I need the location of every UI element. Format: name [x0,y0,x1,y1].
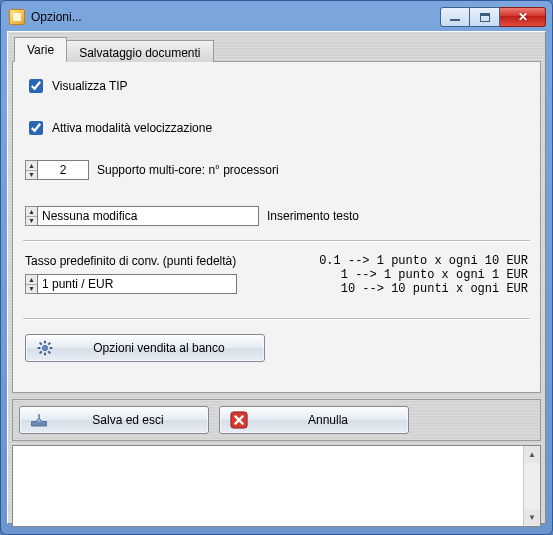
window-controls: ✕ [440,7,546,27]
save-exit-label: Salva ed esci [58,413,198,427]
maximize-button[interactable] [470,7,500,27]
save-exit-button[interactable]: Salva ed esci [19,406,209,434]
close-button[interactable]: ✕ [500,7,546,27]
checkbox-visualizza-tip[interactable] [29,79,43,93]
spinner-down-icon[interactable]: ▼ [26,217,37,226]
spinner-down-icon[interactable]: ▼ [26,171,37,180]
spinner-down-icon[interactable]: ▼ [26,285,37,294]
multicore-input[interactable] [37,160,89,180]
svg-point-0 [42,345,47,350]
opzioni-vendita-button[interactable]: Opzioni vendita al banco [25,334,265,362]
tab-varie[interactable]: Varie [14,37,67,62]
conv-hint-text: 0.1 --> 1 punto x ogni 10 EUR 1 --> 1 pu… [263,254,528,296]
label-conv: Tasso predefinito di conv. (punti fedelt… [25,254,237,268]
spinner-up-icon[interactable]: ▲ [26,275,37,285]
conv-spinner[interactable]: ▲ ▼ [25,274,237,294]
cancel-label: Annulla [258,413,398,427]
inserimento-spinner[interactable]: ▲ ▼ [25,206,259,226]
bottom-toolbar: Salva ed esci Annulla [12,399,541,441]
tabpanel-varie: Visualizza TIP Attiva modalità velocizza… [12,61,541,393]
svg-line-7 [40,351,42,353]
svg-line-5 [40,343,42,345]
spinner-up-icon[interactable]: ▲ [26,207,37,217]
multicore-spinner[interactable]: ▲ ▼ [25,160,89,180]
minimize-button[interactable] [440,7,470,27]
scrollbar-vertical[interactable]: ▲ ▼ [523,446,540,526]
scroll-down-icon[interactable]: ▼ [524,509,540,526]
scroll-up-icon[interactable]: ▲ [524,446,540,463]
label-attiva-velocizzazione: Attiva modalità velocizzazione [52,121,212,135]
cancel-icon [230,411,248,429]
inserimento-input[interactable] [37,206,259,226]
label-visualizza-tip: Visualizza TIP [52,79,128,93]
gear-icon [36,340,54,356]
log-textarea[interactable]: ▲ ▼ [12,445,541,527]
label-inserimento: Inserimento testo [267,209,359,223]
opzioni-vendita-label: Opzioni vendita al banco [64,341,254,355]
svg-line-6 [48,351,50,353]
tab-salvataggio[interactable]: Salvataggio documenti [66,40,213,62]
spinner-up-icon[interactable]: ▲ [26,161,37,171]
conv-input[interactable] [37,274,237,294]
save-icon [30,412,48,428]
svg-line-8 [48,343,50,345]
checkbox-attiva-velocizzazione[interactable] [29,121,43,135]
label-multicore: Supporto multi-core: n° processori [97,163,279,177]
app-icon [9,9,25,25]
cancel-button[interactable]: Annulla [219,406,409,434]
window-title: Opzioni... [31,10,82,24]
